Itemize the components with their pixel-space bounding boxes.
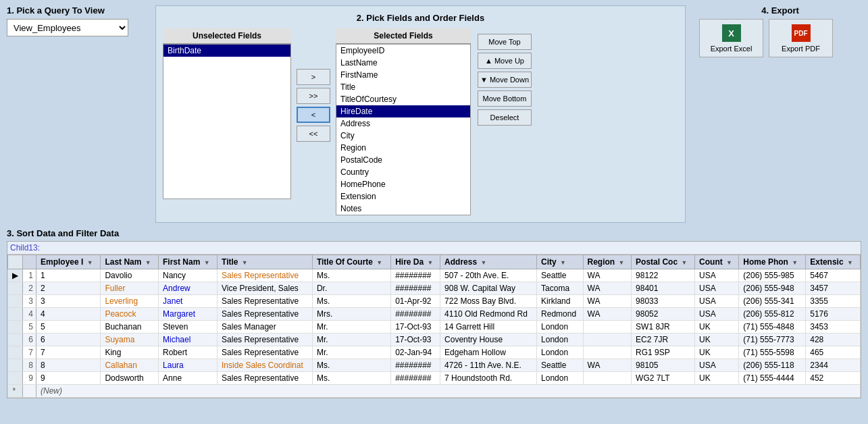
cell-postal-code: 98401 bbox=[632, 282, 695, 295]
row-selector: ▶ bbox=[8, 269, 23, 282]
cell-address: 4110 Old Redmond Rd bbox=[440, 308, 537, 321]
table-row[interactable]: 99DodsworthAnneSales RepresentativeMs.##… bbox=[8, 372, 861, 385]
cell-region bbox=[583, 321, 632, 334]
list-item[interactable]: Notes bbox=[336, 203, 470, 215]
data-table-container: Child13: Employee I ▼ Last Nam ▼ First N… bbox=[7, 241, 861, 398]
th-extension[interactable]: Extensic ▼ bbox=[806, 255, 861, 269]
cell-title-courtesy: Ms. bbox=[312, 295, 390, 308]
cell-last-name: Buchanan bbox=[101, 321, 159, 334]
table-header-row: Employee I ▼ Last Nam ▼ First Nam ▼ Titl… bbox=[8, 255, 861, 269]
cell-last-name: Fuller bbox=[101, 282, 159, 295]
table-row[interactable]: 66SuyamaMichaelSales RepresentativeMr.17… bbox=[8, 334, 861, 346]
table-row[interactable]: 33LeverlingJanetSales RepresentativeMs.0… bbox=[8, 295, 861, 308]
cell-country: UK bbox=[695, 346, 739, 359]
cell-employee-id: 6 bbox=[36, 334, 101, 346]
cell-first-name: Steven bbox=[159, 321, 218, 334]
table-row[interactable]: 55BuchananStevenSales ManagerMr.17-Oct-9… bbox=[8, 321, 861, 334]
down-arrow-icon: ▼ bbox=[480, 76, 488, 84]
row-selector bbox=[8, 334, 23, 346]
list-item[interactable]: TitleOfCourtesy bbox=[336, 93, 470, 105]
th-employee[interactable]: Employee I ▼ bbox=[36, 255, 101, 269]
cell-employee-id: 4 bbox=[36, 308, 101, 321]
th-postalcode[interactable]: Postal Coc ▼ bbox=[632, 255, 695, 269]
list-item[interactable]: BirthDate bbox=[163, 45, 290, 57]
th-region[interactable]: Region ▼ bbox=[583, 255, 632, 269]
unselected-field-list[interactable]: BirthDate bbox=[163, 45, 290, 180]
cell-city: Seattle bbox=[537, 359, 583, 372]
query-select[interactable]: View_Employees bbox=[7, 19, 128, 36]
list-item[interactable]: HireDate bbox=[336, 105, 470, 117]
cell-region: WA bbox=[583, 308, 632, 321]
list-item[interactable]: FirstName bbox=[336, 69, 470, 81]
cell-postal-code: EC2 7JR bbox=[632, 334, 695, 346]
cell-first-name: Laura bbox=[159, 359, 218, 372]
list-item[interactable]: Address bbox=[336, 117, 470, 130]
th-firstname[interactable]: First Nam ▼ bbox=[159, 255, 218, 269]
th-lastname[interactable]: Last Nam ▼ bbox=[101, 255, 159, 269]
row-selector bbox=[8, 295, 23, 308]
table-row[interactable]: 88CallahanLauraInside Sales CoordinatMs.… bbox=[8, 359, 861, 372]
section4-label: 4. Export bbox=[699, 5, 861, 16]
list-item[interactable]: EmployeeID bbox=[336, 45, 470, 57]
list-item[interactable]: PostalCode bbox=[336, 154, 470, 166]
selected-field-list[interactable]: EmployeeID LastName FirstName Title Titl… bbox=[336, 45, 470, 215]
list-item[interactable]: City bbox=[336, 130, 470, 142]
cell-address: Coventry House bbox=[440, 334, 537, 346]
list-item[interactable]: Title bbox=[336, 81, 470, 93]
cell-first-name: Janet bbox=[159, 295, 218, 308]
th-title[interactable]: Title ▼ bbox=[218, 255, 313, 269]
list-item[interactable]: LastName bbox=[336, 57, 470, 69]
cell-hire-date: ######## bbox=[391, 359, 440, 372]
unselected-fields-box: BirthDate bbox=[163, 44, 291, 199]
row-selector bbox=[8, 372, 23, 385]
th-homephone[interactable]: Home Phon ▼ bbox=[739, 255, 806, 269]
cell-title: Vice President, Sales bbox=[218, 282, 313, 295]
move-bottom-btn[interactable]: Move Bottom bbox=[478, 90, 532, 107]
table-row[interactable]: 44PeacockMargaretSales RepresentativeMrs… bbox=[8, 308, 861, 321]
cell-region: WA bbox=[583, 295, 632, 308]
table-row[interactable]: ▶11DavolioNancySales RepresentativeMs.##… bbox=[8, 269, 861, 282]
list-item[interactable]: HomePhone bbox=[336, 178, 470, 190]
section2-label: 2. Pick Fields and Order Fields bbox=[163, 13, 678, 23]
cell-title-courtesy: Mr. bbox=[312, 334, 390, 346]
section2: 2. Pick Fields and Order Fields Unselect… bbox=[155, 5, 686, 223]
cell-employee-id: 9 bbox=[36, 372, 101, 385]
cell-title: Sales Representative bbox=[218, 308, 313, 321]
cell-postal-code: WG2 7LT bbox=[632, 372, 695, 385]
cell-title: Sales Manager bbox=[218, 321, 313, 334]
cell-address: 4726 - 11th Ave. N.E. bbox=[440, 359, 537, 372]
list-item[interactable]: Country bbox=[336, 166, 470, 178]
deselect-btn[interactable]: Deselect bbox=[478, 109, 532, 126]
list-item[interactable]: Extension bbox=[336, 190, 470, 203]
cell-home-phone: (206) 555-118 bbox=[739, 359, 806, 372]
list-item[interactable]: Region bbox=[336, 142, 470, 154]
new-row-label: (New) bbox=[36, 385, 861, 398]
cell-address: Edgeham Hollow bbox=[440, 346, 537, 359]
move-right-all-btn[interactable]: >> bbox=[297, 88, 330, 104]
move-left-btn[interactable]: < bbox=[297, 107, 330, 123]
th-city[interactable]: City ▼ bbox=[537, 255, 583, 269]
move-right-btn[interactable]: > bbox=[297, 69, 330, 85]
cell-region bbox=[583, 334, 632, 346]
export-pdf-btn[interactable]: PDF Export PDF bbox=[769, 19, 833, 57]
table-new-row[interactable]: * (New) bbox=[8, 385, 861, 398]
th-courtesy[interactable]: Title Of Courte ▼ bbox=[312, 255, 390, 269]
export-excel-btn[interactable]: X Export Excel bbox=[699, 19, 763, 57]
move-left-all-btn[interactable]: << bbox=[297, 126, 330, 142]
th-address[interactable]: Address ▼ bbox=[440, 255, 537, 269]
row-number: 4 bbox=[23, 308, 36, 321]
row-selector bbox=[8, 282, 23, 295]
move-up-btn[interactable]: ▲ Move Up bbox=[478, 53, 532, 69]
move-top-btn[interactable]: Move Top bbox=[478, 34, 532, 50]
cell-hire-date: ######## bbox=[391, 269, 440, 282]
cell-employee-id: 5 bbox=[36, 321, 101, 334]
th-country[interactable]: Count ▼ bbox=[695, 255, 739, 269]
cell-home-phone: (71) 555-7773 bbox=[739, 334, 806, 346]
move-down-btn[interactable]: ▼ Move Down bbox=[478, 72, 532, 88]
cell-address: 507 - 20th Ave. E. bbox=[440, 269, 537, 282]
table-row[interactable]: 77KingRobertSales RepresentativeMr.02-Ja… bbox=[8, 346, 861, 359]
th-hiredate[interactable]: Hire Da ▼ bbox=[391, 255, 440, 269]
table-row[interactable]: 22FullerAndrewVice President, SalesDr.##… bbox=[8, 282, 861, 295]
cell-extension: 452 bbox=[806, 372, 861, 385]
up-arrow-icon: ▲ bbox=[485, 57, 492, 65]
